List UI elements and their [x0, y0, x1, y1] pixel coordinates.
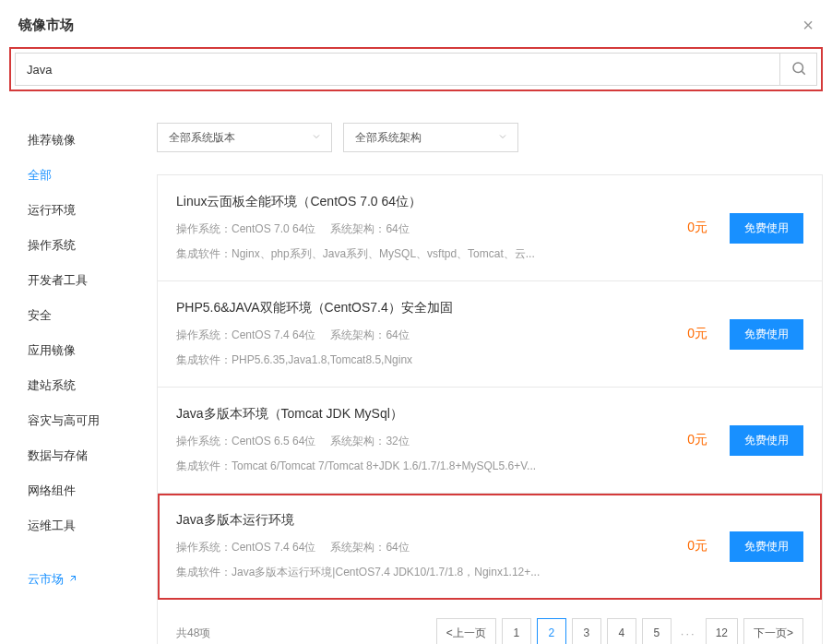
use-free-button[interactable]: 免费使用: [730, 319, 803, 350]
arch-dropdown[interactable]: 全部系统架构: [343, 123, 518, 152]
image-market-modal: 镜像市场 × 推荐镜像全部运行环境操作系统开发者工具安全应用镜像建站系统容灾与高…: [0, 0, 832, 644]
os-version-selected: 全部系统版本: [169, 130, 235, 146]
item-title[interactable]: PHP5.6&JAVA双能环境（CentOS7.4）安全加固: [176, 300, 687, 316]
cloud-market-label: 云市场: [28, 571, 64, 588]
pager: <上一页 12345 ··· 12 下一页>: [436, 618, 803, 644]
filter-row: 全部系统版本 全部系统架构: [157, 123, 823, 152]
item-meta: 操作系统：CentOS 6.5 64位系统架构：32位: [176, 434, 687, 449]
total-count: 共48项: [176, 626, 210, 641]
item-info: PHP5.6&JAVA双能环境（CentOS7.4）安全加固操作系统：CentO…: [176, 300, 687, 368]
item-software: 集成软件：PHP5.6.35,Java1.8,Tomcat8.5,Nginx: [176, 352, 545, 368]
sidebar-item[interactable]: 数据与存储: [28, 438, 148, 473]
sidebar-item[interactable]: 开发者工具: [28, 263, 148, 298]
page-number-button[interactable]: 4: [607, 618, 636, 644]
item-info: Java多版本运行环境操作系统：CentOS 7.4 64位系统架构：64位集成…: [176, 512, 687, 580]
os-version-dropdown[interactable]: 全部系统版本: [157, 123, 332, 152]
modal-title: 镜像市场: [18, 17, 74, 34]
page-ellipsis: ···: [677, 626, 700, 640]
page-number-button[interactable]: 2: [537, 618, 566, 644]
image-item: Java多版本环境（Tomcat JDK MySql）操作系统：CentOS 6…: [158, 388, 822, 494]
cloud-market-link[interactable]: 云市场: [28, 543, 78, 597]
arch-selected: 全部系统架构: [355, 130, 422, 146]
chevron-down-icon: [311, 131, 322, 145]
next-page-button[interactable]: 下一页>: [743, 618, 803, 644]
use-free-button[interactable]: 免费使用: [730, 425, 803, 456]
item-arch: 系统架构：64位: [330, 540, 409, 555]
item-info: Linux云面板全能环境（CentOS 7.0 64位）操作系统：CentOS …: [176, 194, 687, 262]
item-meta: 操作系统：CentOS 7.4 64位系统架构：64位: [176, 540, 687, 555]
item-os: 操作系统：CentOS 7.4 64位: [176, 540, 315, 555]
item-price: 0元: [687, 432, 707, 448]
item-os: 操作系统：CentOS 7.0 64位: [176, 221, 315, 237]
image-list: Linux云面板全能环境（CentOS 7.0 64位）操作系统：CentOS …: [157, 174, 823, 644]
item-os: 操作系统：CentOS 6.5 64位: [176, 434, 315, 449]
sidebar-item[interactable]: 推荐镜像: [28, 123, 148, 158]
image-item: PHP5.6&JAVA双能环境（CentOS7.4）安全加固操作系统：CentO…: [158, 281, 822, 388]
external-link-icon: [67, 573, 78, 587]
item-title[interactable]: Java多版本运行环境: [176, 512, 687, 529]
sidebar-item[interactable]: 运维工具: [28, 508, 148, 543]
sidebar-item[interactable]: 应用镜像: [28, 333, 148, 368]
chevron-down-icon: [497, 131, 508, 145]
sidebar-item[interactable]: 网络组件: [28, 473, 148, 508]
item-meta: 操作系统：CentOS 7.0 64位系统架构：64位: [176, 221, 687, 237]
image-item: Java多版本运行环境操作系统：CentOS 7.4 64位系统架构：64位集成…: [158, 494, 822, 600]
use-free-button[interactable]: 免费使用: [730, 213, 803, 244]
modal-body: 推荐镜像全部运行环境操作系统开发者工具安全应用镜像建站系统容灾与高可用数据与存储…: [0, 101, 832, 644]
item-os: 操作系统：CentOS 7.4 64位: [176, 328, 315, 343]
item-software: 集成软件：Tomcat 6/Tomcat 7/Tomcat 8+JDK 1.6/…: [176, 459, 545, 474]
item-software: 集成软件：Nginx、php系列、Java系列、MySQL、vsftpd、Tom…: [176, 246, 545, 262]
svg-point-0: [793, 63, 803, 73]
item-title[interactable]: Linux云面板全能环境（CentOS 7.0 64位）: [176, 194, 687, 210]
search-bar: [15, 53, 817, 86]
item-price: 0元: [687, 326, 707, 342]
item-meta: 操作系统：CentOS 7.4 64位系统架构：64位: [176, 328, 687, 343]
item-arch: 系统架构：32位: [330, 434, 409, 449]
sidebar-item[interactable]: 运行环境: [28, 193, 148, 228]
search-input[interactable]: [16, 54, 779, 85]
svg-line-1: [802, 71, 804, 74]
modal-header: 镜像市场 ×: [0, 0, 832, 47]
sidebar-item[interactable]: 建站系统: [28, 368, 148, 403]
item-title[interactable]: Java多版本环境（Tomcat JDK MySql）: [176, 406, 687, 423]
page-number-button[interactable]: 3: [572, 618, 601, 644]
sidebar-item[interactable]: 容灾与高可用: [28, 403, 148, 438]
sidebar-item[interactable]: 全部: [28, 158, 148, 193]
last-page-button[interactable]: 12: [706, 618, 738, 644]
item-software: 集成软件：Java多版本运行环境|CentOS7.4 JDK10/1.7/1.8…: [176, 565, 545, 580]
search-highlight-frame: [9, 47, 823, 91]
item-price: 0元: [687, 220, 707, 236]
search-icon: [790, 60, 807, 79]
image-item: Linux云面板全能环境（CentOS 7.0 64位）操作系统：CentOS …: [158, 175, 822, 281]
use-free-button[interactable]: 免费使用: [730, 531, 803, 562]
item-arch: 系统架构：64位: [330, 221, 409, 237]
item-arch: 系统架构：64位: [330, 328, 409, 343]
search-button[interactable]: [779, 54, 816, 85]
item-price: 0元: [687, 538, 707, 555]
close-icon[interactable]: ×: [802, 15, 814, 36]
sidebar-item[interactable]: 操作系统: [28, 228, 148, 263]
page-number-button[interactable]: 1: [502, 618, 531, 644]
item-info: Java多版本环境（Tomcat JDK MySql）操作系统：CentOS 6…: [176, 406, 687, 474]
pagination-row: 共48项 <上一页 12345 ··· 12 下一页>: [158, 600, 822, 644]
main-content: 全部系统版本 全部系统架构 Linux云面板全能环境（CentOS 7.0 64…: [157, 123, 823, 644]
sidebar-item[interactable]: 安全: [28, 298, 148, 333]
category-sidebar: 推荐镜像全部运行环境操作系统开发者工具安全应用镜像建站系统容灾与高可用数据与存储…: [9, 123, 148, 644]
page-number-button[interactable]: 5: [642, 618, 672, 644]
prev-page-button[interactable]: <上一页: [436, 618, 496, 644]
